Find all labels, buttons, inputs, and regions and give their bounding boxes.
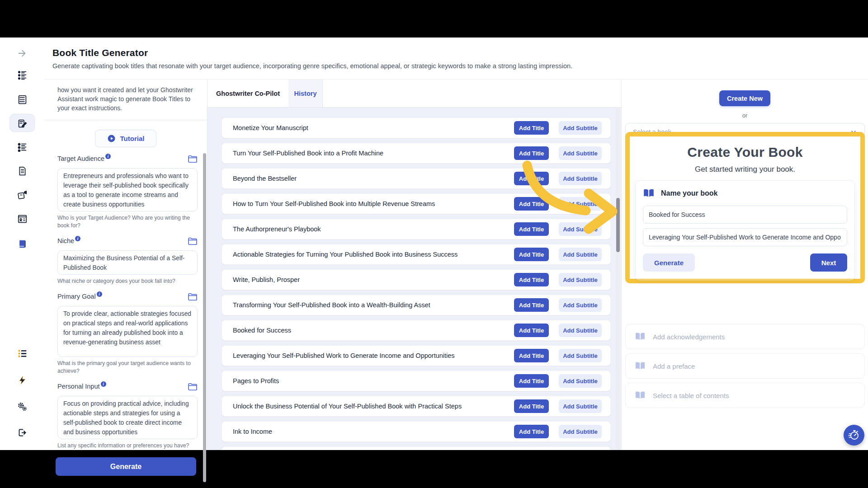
add-title-button[interactable]: Add Title — [514, 197, 549, 211]
title-text: Transforming Your Self-Published Book in… — [233, 301, 514, 309]
add-subtitle-button[interactable]: Add Subtitle — [559, 222, 602, 236]
add-title-button[interactable]: Add Title — [514, 349, 549, 362]
book-subtitle-input[interactable]: Leveraging Your Self-Published Work to G… — [643, 228, 847, 246]
title-row: Actionable Strategies for Turning Your P… — [222, 244, 611, 265]
add-title-button[interactable]: Add Title — [514, 374, 549, 388]
add-subtitle-button[interactable]: Add Subtitle — [559, 248, 602, 261]
collapse-arrow-icon[interactable] — [17, 48, 28, 59]
add-title-button[interactable]: Add Title — [514, 324, 549, 337]
tab-ghostwriter-copilot[interactable]: Ghostwriter Co-Pilot — [208, 80, 288, 107]
title-row: Monetize Your ManuscriptAdd TitleAdd Sub… — [222, 117, 611, 138]
info-icon[interactable]: i — [97, 291, 102, 297]
add-title-button[interactable]: Add Title — [514, 146, 549, 160]
generate-book-name-button[interactable]: Generate — [643, 253, 695, 272]
niche-input[interactable]: Maximizing the Business Potential of a S… — [57, 250, 198, 275]
generate-button[interactable]: Generate — [56, 457, 196, 476]
title-row: Write, Publish, ProsperAdd TitleAdd Subt… — [222, 269, 611, 290]
book-title-input[interactable]: Booked for Success — [643, 206, 847, 224]
author-page-icon[interactable] — [17, 213, 28, 224]
title-text: Pages to Profits — [233, 377, 514, 385]
title-text: Ink to Income — [233, 428, 514, 435]
add-subtitle-button[interactable]: Add Subtitle — [559, 425, 602, 438]
bolt-icon[interactable] — [17, 375, 28, 385]
add-title-button[interactable]: Add Title — [514, 298, 549, 312]
add-title-button[interactable]: Add Title — [514, 222, 549, 236]
left-panel-scrollbar[interactable] — [203, 153, 206, 482]
add-subtitle-button[interactable]: Add Subtitle — [559, 121, 602, 135]
folder-icon[interactable] — [188, 293, 198, 303]
add-subtitle-button[interactable]: Add Subtitle — [559, 399, 602, 413]
title-generator-icon[interactable] — [17, 118, 28, 129]
characters-list-icon[interactable] — [17, 70, 28, 80]
speed-assistant-button[interactable] — [844, 425, 864, 446]
title-text: Write, Publish, Prosper — [233, 276, 514, 283]
title-text: Beyond the Bestseller — [233, 175, 514, 182]
add-title-button[interactable]: Add Title — [514, 273, 549, 286]
folder-icon[interactable] — [188, 237, 198, 247]
list-icon[interactable] — [17, 348, 28, 359]
title-row: Beyond the BestsellerAdd TitleAdd Subtit… — [222, 168, 611, 189]
field-label: Target Audience — [57, 155, 104, 162]
sidebar — [0, 38, 44, 450]
page-subtitle: Generate captivating book titles that re… — [52, 62, 868, 70]
chapters-list-icon[interactable] — [17, 141, 28, 152]
next-button[interactable]: Next — [810, 253, 847, 272]
title-row: Pages to ProfitsAdd TitleAdd Subtitle — [222, 371, 611, 391]
field-label: Niche — [57, 237, 74, 244]
name-your-book-label: Name your book — [661, 189, 717, 197]
add-subtitle-button[interactable]: Add Subtitle — [559, 146, 602, 160]
add-preface-item[interactable]: Add a preface — [625, 353, 865, 379]
title-row: Leveraging Your Self-Published Work to G… — [222, 345, 611, 366]
field-target-audience: Target Audience i Entrepreneurs and prof… — [44, 155, 207, 230]
title-text: Leveraging Your Self-Published Work to G… — [233, 352, 514, 359]
info-icon[interactable]: i — [101, 381, 106, 387]
logout-icon[interactable] — [17, 427, 28, 438]
primary-goal-input[interactable]: To provide clear, actionable strategies … — [57, 306, 198, 357]
play-icon — [107, 134, 116, 143]
intro-text: how you want it created and let your Gho… — [44, 80, 207, 120]
create-book-subtitle: Get started writing your book. — [635, 165, 855, 174]
title-row-partial — [222, 446, 611, 450]
add-subtitle-button[interactable]: Add Subtitle — [559, 197, 602, 211]
folder-icon[interactable] — [188, 155, 198, 165]
add-title-button[interactable]: Add Title — [514, 248, 549, 261]
add-subtitle-button[interactable]: Add Subtitle — [559, 324, 602, 337]
personal-input-field[interactable]: Focus on providing practical advice, inc… — [57, 396, 198, 439]
tab-history[interactable]: History — [288, 80, 323, 107]
title-text: Monetize Your Manuscript — [233, 124, 514, 131]
stopwatch-icon — [848, 429, 860, 441]
add-acknowledgements-item[interactable]: Add acknowledgements — [625, 324, 865, 349]
info-icon[interactable]: i — [75, 236, 80, 241]
add-subtitle-button[interactable]: Add Subtitle — [559, 172, 602, 185]
title-row: How to Turn Your Self-Published Book int… — [222, 193, 611, 214]
info-icon[interactable]: i — [105, 154, 111, 159]
tutorial-button[interactable]: Tutorial — [95, 130, 157, 147]
select-toc-item[interactable]: Select a table of contents — [625, 383, 865, 408]
book-marketing-icon[interactable] — [17, 189, 28, 200]
add-subtitle-button[interactable]: Add Subtitle — [559, 374, 602, 388]
field-primary-goal: Primary Goal i To provide clear, actiona… — [44, 293, 207, 375]
add-subtitle-button[interactable]: Add Subtitle — [559, 273, 602, 286]
copilot-scrollbar[interactable] — [616, 198, 620, 252]
letterbox-top — [0, 0, 868, 38]
add-subtitle-button[interactable]: Add Subtitle — [559, 298, 602, 312]
target-audience-input[interactable]: Entrepreneurs and professionals who want… — [57, 168, 198, 211]
add-title-button[interactable]: Add Title — [514, 121, 549, 135]
add-title-button[interactable]: Add Title — [514, 172, 549, 185]
book-icon[interactable] — [17, 239, 28, 249]
or-separator: or — [622, 112, 868, 119]
create-new-button[interactable]: Create New — [719, 90, 770, 106]
folder-icon[interactable] — [188, 383, 198, 393]
book-details-icon[interactable] — [17, 94, 28, 105]
title-row: The Authorpreneur's PlaybookAdd TitleAdd… — [222, 219, 611, 239]
field-helper: Who is your Target Audience? Who are you… — [57, 214, 198, 230]
settings-gears-icon[interactable] — [17, 401, 28, 412]
add-title-button[interactable]: Add Title — [514, 399, 549, 413]
open-book-icon — [635, 361, 646, 371]
add-subtitle-button[interactable]: Add Subtitle — [559, 349, 602, 362]
create-book-title: Create Your Book — [635, 145, 855, 160]
field-helper: What niche or category does your book fa… — [57, 277, 198, 285]
manuscript-icon[interactable] — [17, 165, 28, 176]
add-title-button[interactable]: Add Title — [514, 425, 549, 438]
title-text: Actionable Strategies for Turning Your P… — [233, 251, 514, 258]
